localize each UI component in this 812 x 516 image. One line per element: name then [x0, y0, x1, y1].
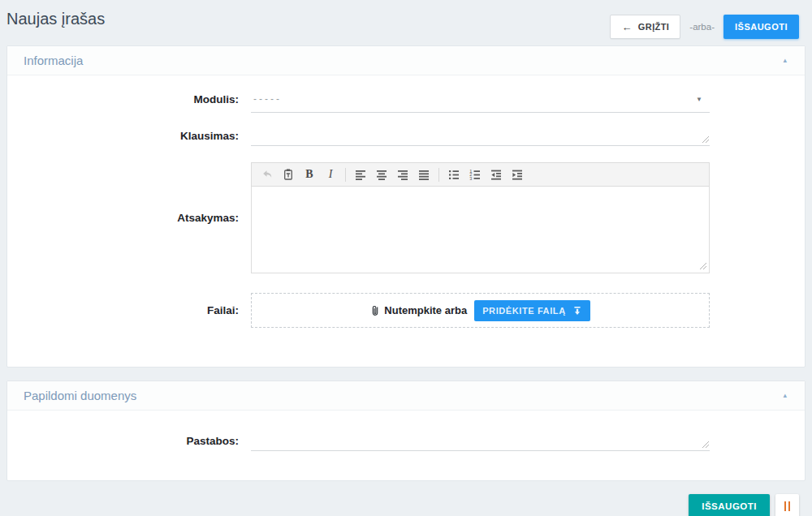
modulis-select[interactable]: ----- ▼ [251, 88, 710, 113]
outdent-icon [490, 168, 503, 181]
align-center-icon [375, 168, 388, 181]
bold-button[interactable]: B [300, 166, 319, 183]
klausimas-textarea[interactable] [251, 125, 710, 145]
pause-button[interactable] [775, 494, 799, 516]
pause-icon [788, 501, 790, 511]
back-button-label: GRĮŽTI [638, 22, 669, 32]
or-separator-text: -arba- [689, 22, 715, 32]
pastabos-textarea[interactable] [251, 430, 710, 450]
pause-icon [784, 501, 786, 511]
row-pastabos: Pastabos: [7, 430, 805, 451]
undo-icon [261, 168, 274, 181]
top-bar: Naujas įrašas ← GRĮŽTI -arba- IŠSAUGOTI [0, 0, 812, 45]
toolbar-separator [438, 168, 439, 182]
panel-informacija: Informacija ▴ Modulis: ----- ▼ Klausimas… [6, 45, 806, 368]
modulis-label: Modulis: [7, 88, 251, 105]
atsakymas-textarea[interactable] [252, 187, 709, 273]
panel-papildomi: Papildomi duomenys ▴ Pastabos: [6, 381, 806, 481]
dropzone-text: Nutempkite arba [384, 304, 467, 316]
collapse-icon[interactable]: ▴ [783, 392, 787, 399]
align-right-icon [396, 168, 409, 181]
outdent-button[interactable] [486, 166, 506, 183]
paperclip-icon [370, 304, 380, 317]
row-klausimas: Klausimas: [7, 125, 805, 146]
upload-icon [572, 306, 582, 316]
failai-label: Failai: [7, 304, 251, 316]
panel-papildomi-body: Pastabos: [7, 411, 805, 480]
panel-informacija-body: Modulis: ----- ▼ Klausimas: [7, 75, 805, 367]
save-button-bottom[interactable]: IŠSAUGOTI [689, 494, 770, 516]
klausimas-textarea-wrap [251, 125, 710, 146]
row-modulis: Modulis: ----- ▼ [7, 88, 805, 113]
row-failai: Failai: Nutempkite arba PRIDĖKITE FAILĄ [7, 293, 805, 328]
align-center-button[interactable] [372, 166, 391, 183]
panel-papildomi-header[interactable]: Papildomi duomenys ▴ [7, 381, 805, 411]
back-arrow-icon: ← [621, 24, 632, 31]
resize-grip-icon[interactable] [702, 441, 710, 449]
atsakymas-label: Atsakymas: [7, 212, 251, 224]
editor-toolbar: B I [252, 163, 709, 187]
panel-informacija-header[interactable]: Informacija ▴ [7, 46, 805, 75]
italic-icon: I [329, 168, 333, 181]
italic-button[interactable]: I [321, 166, 340, 183]
align-left-icon [354, 168, 367, 181]
rich-text-editor: B I [251, 162, 710, 273]
indent-button[interactable] [508, 166, 527, 183]
resize-grip-icon[interactable] [699, 262, 707, 270]
add-file-button-label: PRIDĖKITE FAILĄ [482, 306, 566, 316]
bold-icon: B [305, 168, 313, 181]
unordered-list-button[interactable] [444, 166, 464, 183]
pastabos-label: Pastabos: [7, 430, 251, 447]
toolbar-separator [345, 168, 346, 182]
undo-button[interactable] [257, 166, 277, 183]
add-file-button[interactable]: PRIDĖKITE FAILĄ [474, 300, 590, 321]
editor-content-area [252, 187, 709, 273]
paste-icon [282, 168, 295, 181]
file-dropzone[interactable]: Nutempkite arba PRIDĖKITE FAILĄ [251, 293, 710, 328]
align-right-button[interactable] [393, 166, 412, 183]
back-button[interactable]: ← GRĮŽTI [610, 15, 680, 39]
indent-icon [511, 168, 524, 181]
pastabos-textarea-wrap [251, 430, 710, 451]
collapse-icon[interactable]: ▴ [783, 57, 787, 64]
ordered-list-icon: 123 [469, 168, 482, 181]
align-left-button[interactable] [351, 166, 370, 183]
modulis-select-value: ----- [253, 93, 282, 105]
paste-text-button[interactable] [279, 166, 298, 183]
unordered-list-icon [447, 168, 460, 181]
row-atsakymas: Atsakymas: B I [7, 162, 805, 273]
bottom-bar: IŠSAUGOTI [0, 494, 812, 516]
klausimas-label: Klausimas: [7, 125, 251, 142]
page-title: Naujas įrašas [6, 10, 105, 28]
panel-informacija-title: Informacija [24, 54, 83, 67]
panel-papildomi-title: Papildomi duomenys [24, 389, 136, 402]
chevron-down-icon: ▼ [696, 96, 707, 103]
save-button-top[interactable]: IŠSAUGOTI [723, 15, 799, 39]
align-justify-icon [417, 168, 430, 181]
ordered-list-button[interactable]: 123 [465, 166, 485, 183]
align-justify-button[interactable] [414, 166, 434, 183]
top-actions: ← GRĮŽTI -arba- IŠSAUGOTI [610, 15, 799, 39]
resize-grip-icon[interactable] [702, 135, 710, 144]
svg-text:3: 3 [469, 176, 472, 181]
